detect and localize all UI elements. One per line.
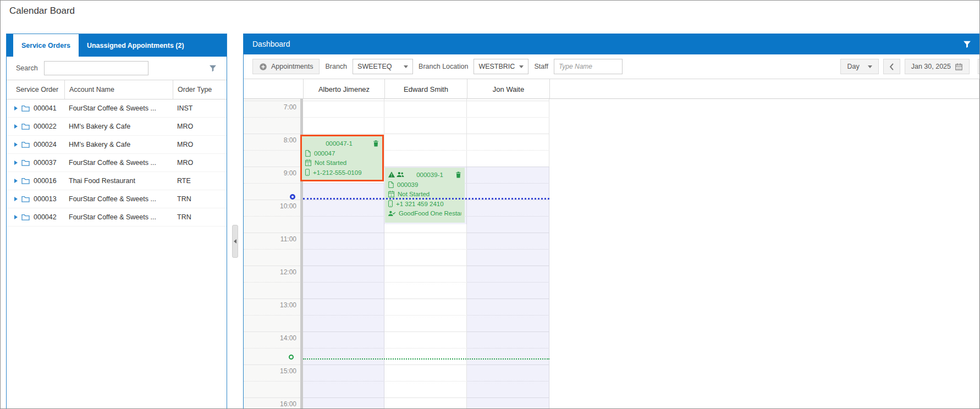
panel-splitter[interactable] — [232, 225, 238, 258]
order-type: TRN — [173, 213, 227, 221]
account-name: HM's Bakery & Cafe — [64, 123, 173, 130]
order-type: MRO — [173, 159, 227, 167]
status-calendar-icon: 1 — [388, 191, 394, 197]
dashboard-title: Dashboard — [252, 40, 290, 48]
busy-time-shading — [467, 167, 549, 409]
table-header: Service Order Account Name Order Type — [7, 80, 227, 100]
table-row[interactable]: 000042FourStar Coffee & Sweets ...TRN — [7, 208, 227, 226]
time-label: 10:00 — [246, 202, 296, 210]
appointment-id: 000039-1 — [404, 172, 455, 178]
add-appointments-button[interactable]: Appointments — [252, 59, 320, 74]
staff-column-header: Alberto Jimenez — [303, 79, 384, 99]
next-day-button[interactable] — [978, 59, 980, 74]
time-label: 14:00 — [246, 334, 296, 342]
staff-name-input[interactable] — [554, 59, 623, 74]
staff-label: Staff — [534, 63, 548, 70]
staff-column-header: Jon Waite — [467, 79, 549, 99]
table-row[interactable]: 000016Thai Food RestaurantRTE — [7, 172, 227, 190]
branch-location-label: Branch Location — [419, 63, 468, 70]
service-order-number: 000024 — [34, 141, 57, 148]
service-order-icon — [305, 150, 311, 157]
expand-row-icon[interactable] — [14, 124, 18, 129]
expand-row-icon[interactable] — [14, 197, 18, 201]
column-border — [549, 79, 550, 98]
calendar-header-row: Alberto JimenezEdward SmithJon Waite — [244, 79, 980, 99]
appointment-card[interactable]: 000047-10000471Not Started+1-212-555-010… — [300, 135, 384, 181]
card-customer: GoodFood One Restaura — [399, 210, 461, 217]
column-border — [979, 79, 979, 98]
delete-appointment-icon[interactable] — [455, 172, 461, 178]
service-orders-panel: Service Orders Unassigned Appointments (… — [6, 34, 227, 409]
delete-appointment-icon[interactable] — [373, 140, 379, 147]
appointment-card[interactable]: 000039-10000391Not Started+1 321 459 241… — [385, 168, 465, 223]
service-orders-table: Service Order Account Name Order Type 00… — [7, 80, 227, 226]
time-label: 12:00 — [246, 268, 296, 276]
column-header-service-order: Service Order — [7, 80, 64, 99]
table-row[interactable]: 000041FourStar Coffee & Sweets ...INST — [7, 100, 227, 118]
view-mode-dropdown[interactable]: Day — [840, 59, 878, 74]
order-type: MRO — [173, 123, 227, 130]
account-name: FourStar Coffee & Sweets ... — [64, 213, 173, 221]
order-type: INST — [173, 104, 227, 112]
previous-day-button[interactable] — [883, 59, 900, 74]
account-name: FourStar Coffee & Sweets ... — [64, 159, 173, 167]
calendar-grid[interactable]: 7:008:009:0010:0011:0012:0013:0014:0015:… — [244, 99, 980, 409]
filter-icon[interactable] — [208, 64, 217, 73]
busy-time-shading — [303, 183, 384, 409]
page-title: Calendar Board — [9, 5, 75, 16]
chevron-left-icon — [889, 63, 894, 70]
service-order-icon — [388, 181, 394, 188]
branch-dropdown[interactable]: SWEETEQ — [353, 59, 413, 74]
time-gutter — [244, 99, 300, 409]
service-order-number: 000022 — [34, 123, 57, 130]
svg-text:1: 1 — [390, 194, 392, 197]
order-type: MRO — [173, 141, 227, 148]
service-order-number: 000016 — [34, 177, 57, 185]
chevron-down-icon — [519, 65, 524, 68]
tab-service-orders[interactable]: Service Orders — [13, 34, 79, 57]
expand-row-icon[interactable] — [14, 161, 18, 165]
folder-icon — [21, 141, 30, 148]
order-type: RTE — [173, 177, 227, 185]
table-row[interactable]: 000013FourStar Coffee & Sweets ...TRN — [7, 190, 227, 208]
dashboard-filter-icon[interactable] — [962, 40, 972, 49]
half-hour-gridline — [244, 150, 549, 151]
expand-row-icon[interactable] — [14, 179, 18, 183]
branch-label: Branch — [325, 63, 347, 70]
tab-unassigned-appointments[interactable]: Unassigned Appointments (2) — [79, 34, 192, 57]
folder-icon — [21, 159, 30, 166]
expand-row-icon[interactable] — [14, 215, 18, 219]
half-hour-gridline — [244, 117, 549, 118]
chevron-down-icon — [868, 65, 872, 68]
folder-icon — [21, 214, 30, 220]
time-label: 13:00 — [246, 301, 296, 309]
search-input[interactable] — [44, 61, 148, 75]
hour-gridline — [244, 101, 549, 101]
time-label: 8:00 — [246, 136, 296, 144]
card-service-order: 000039 — [397, 181, 418, 188]
expand-row-icon[interactable] — [14, 142, 18, 147]
dashboard-panel: Dashboard Appointments Branch SWEETEQ Br… — [243, 34, 980, 409]
folder-icon — [21, 105, 30, 112]
column-header-account-name: Account Name — [64, 80, 173, 99]
search-label: Search — [16, 64, 38, 72]
calendar-icon — [955, 63, 963, 71]
branch-location-dropdown[interactable]: WESTBRIC — [474, 59, 528, 74]
card-phone: +1 321 459 2410 — [396, 201, 444, 207]
collapse-left-icon — [234, 239, 236, 244]
table-row[interactable]: 000037FourStar Coffee & Sweets ...MRO — [7, 154, 227, 172]
card-status: Not Started — [315, 159, 346, 166]
table-row[interactable]: 000022HM's Bakery & CafeMRO — [7, 118, 227, 136]
green-indicator-marker — [289, 355, 294, 360]
current-time-marker — [290, 194, 295, 200]
folder-icon — [21, 178, 30, 184]
table-row[interactable]: 000024HM's Bakery & CafeMRO — [7, 136, 227, 154]
customer-icon — [388, 211, 395, 217]
appointment-id: 000047-1 — [305, 140, 373, 147]
date-picker-button[interactable]: Jan 30, 2025 — [905, 59, 970, 74]
expand-row-icon[interactable] — [14, 106, 18, 110]
staff-column-header: Edward Smith — [384, 79, 467, 99]
time-label: 15:00 — [246, 367, 296, 375]
card-phone: +1-212-555-0109 — [313, 169, 362, 176]
service-order-number: 000037 — [34, 159, 57, 167]
